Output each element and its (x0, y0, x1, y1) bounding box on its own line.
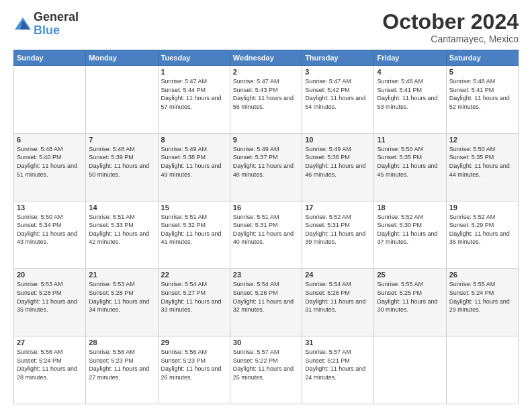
day-info: Sunrise: 5:54 AM Sunset: 5:27 PM Dayligh… (161, 280, 227, 314)
day-cell: 5Sunrise: 5:48 AM Sunset: 5:41 PM Daylig… (446, 66, 518, 134)
day-cell: 9Sunrise: 5:49 AM Sunset: 5:37 PM Daylig… (230, 133, 302, 201)
calendar-header: SundayMondayTuesdayWednesdayThursdayFrid… (14, 50, 519, 66)
day-info: Sunrise: 5:50 AM Sunset: 5:35 PM Dayligh… (449, 145, 515, 179)
day-number: 24 (305, 271, 371, 279)
day-info: Sunrise: 5:48 AM Sunset: 5:41 PM Dayligh… (377, 77, 443, 111)
day-cell: 25Sunrise: 5:55 AM Sunset: 5:25 PM Dayli… (374, 269, 446, 336)
weekday-header: Tuesday (158, 50, 230, 66)
day-cell: 6Sunrise: 5:48 AM Sunset: 5:40 PM Daylig… (14, 133, 86, 201)
day-info: Sunrise: 5:47 AM Sunset: 5:44 PM Dayligh… (161, 77, 227, 111)
weekday-header: Thursday (302, 50, 374, 66)
day-cell: 11Sunrise: 5:50 AM Sunset: 5:35 PM Dayli… (374, 133, 446, 201)
day-number: 6 (17, 136, 83, 144)
day-cell: 15Sunrise: 5:51 AM Sunset: 5:32 PM Dayli… (158, 201, 230, 269)
day-info: Sunrise: 5:51 AM Sunset: 5:31 PM Dayligh… (233, 213, 299, 246)
day-cell: 21Sunrise: 5:53 AM Sunset: 5:28 PM Dayli… (86, 269, 158, 336)
day-cell: 8Sunrise: 5:49 AM Sunset: 5:38 PM Daylig… (158, 133, 230, 201)
day-info: Sunrise: 5:48 AM Sunset: 5:39 PM Dayligh… (89, 145, 154, 179)
day-number: 31 (305, 338, 371, 347)
day-cell: 12Sunrise: 5:50 AM Sunset: 5:35 PM Dayli… (446, 133, 518, 201)
day-number: 1 (161, 68, 227, 76)
day-cell: 30Sunrise: 5:57 AM Sunset: 5:22 PM Dayli… (230, 336, 302, 404)
weekday-row: SundayMondayTuesdayWednesdayThursdayFrid… (14, 50, 519, 66)
day-cell: 3Sunrise: 5:47 AM Sunset: 5:42 PM Daylig… (302, 66, 374, 134)
day-info: Sunrise: 5:53 AM Sunset: 5:28 PM Dayligh… (17, 280, 83, 314)
day-info: Sunrise: 5:48 AM Sunset: 5:40 PM Dayligh… (17, 145, 83, 179)
day-cell: 19Sunrise: 5:52 AM Sunset: 5:29 PM Dayli… (446, 201, 518, 269)
day-info: Sunrise: 5:52 AM Sunset: 5:29 PM Dayligh… (449, 213, 515, 246)
day-number: 2 (233, 68, 299, 76)
day-number: 7 (89, 136, 154, 144)
day-number: 29 (161, 338, 227, 347)
weekday-header: Sunday (14, 50, 86, 66)
day-info: Sunrise: 5:52 AM Sunset: 5:31 PM Dayligh… (305, 213, 371, 246)
day-cell: 4Sunrise: 5:48 AM Sunset: 5:41 PM Daylig… (374, 66, 446, 134)
day-info: Sunrise: 5:55 AM Sunset: 5:24 PM Dayligh… (449, 280, 515, 314)
logo-icon (13, 15, 32, 34)
day-info: Sunrise: 5:48 AM Sunset: 5:41 PM Dayligh… (449, 77, 515, 111)
day-cell (374, 336, 446, 404)
day-number: 26 (449, 271, 515, 279)
week-row: 20Sunrise: 5:53 AM Sunset: 5:28 PM Dayli… (14, 269, 519, 336)
month-title: October 2024 (382, 11, 519, 32)
day-cell (14, 66, 86, 134)
day-info: Sunrise: 5:51 AM Sunset: 5:33 PM Dayligh… (89, 213, 154, 246)
week-row: 13Sunrise: 5:50 AM Sunset: 5:34 PM Dayli… (14, 201, 519, 269)
day-info: Sunrise: 5:56 AM Sunset: 5:24 PM Dayligh… (17, 348, 83, 381)
day-info: Sunrise: 5:51 AM Sunset: 5:32 PM Dayligh… (161, 213, 227, 246)
day-info: Sunrise: 5:52 AM Sunset: 5:30 PM Dayligh… (377, 213, 443, 246)
logo-general: General (34, 11, 79, 24)
day-cell: 31Sunrise: 5:57 AM Sunset: 5:21 PM Dayli… (302, 336, 374, 404)
day-cell: 27Sunrise: 5:56 AM Sunset: 5:24 PM Dayli… (14, 336, 86, 404)
day-number: 21 (89, 271, 154, 279)
day-cell (86, 66, 158, 134)
day-number: 30 (233, 338, 299, 347)
day-cell: 17Sunrise: 5:52 AM Sunset: 5:31 PM Dayli… (302, 201, 374, 269)
day-info: Sunrise: 5:56 AM Sunset: 5:23 PM Dayligh… (161, 348, 227, 381)
day-number: 12 (449, 136, 515, 144)
logo-text: General Blue (34, 11, 79, 38)
day-cell: 28Sunrise: 5:56 AM Sunset: 5:23 PM Dayli… (86, 336, 158, 404)
header: General Blue October 2024 Cantamayec, Me… (13, 11, 519, 44)
day-info: Sunrise: 5:50 AM Sunset: 5:35 PM Dayligh… (377, 145, 443, 179)
day-cell: 2Sunrise: 5:47 AM Sunset: 5:43 PM Daylig… (230, 66, 302, 134)
day-number: 10 (305, 136, 371, 144)
day-cell: 20Sunrise: 5:53 AM Sunset: 5:28 PM Dayli… (14, 269, 86, 336)
day-cell: 16Sunrise: 5:51 AM Sunset: 5:31 PM Dayli… (230, 201, 302, 269)
day-info: Sunrise: 5:54 AM Sunset: 5:26 PM Dayligh… (233, 280, 299, 314)
weekday-header: Monday (86, 50, 158, 66)
day-number: 11 (377, 136, 443, 144)
day-number: 9 (233, 136, 299, 144)
week-row: 1Sunrise: 5:47 AM Sunset: 5:44 PM Daylig… (14, 66, 519, 134)
day-number: 27 (17, 338, 83, 347)
day-cell: 29Sunrise: 5:56 AM Sunset: 5:23 PM Dayli… (158, 336, 230, 404)
calendar: SundayMondayTuesdayWednesdayThursdayFrid… (13, 50, 519, 404)
day-number: 16 (233, 203, 299, 212)
day-cell (446, 336, 518, 404)
logo: General Blue (13, 11, 79, 38)
day-number: 3 (305, 68, 371, 76)
title-section: October 2024 Cantamayec, Mexico (382, 11, 519, 44)
day-cell: 14Sunrise: 5:51 AM Sunset: 5:33 PM Dayli… (86, 201, 158, 269)
day-cell: 22Sunrise: 5:54 AM Sunset: 5:27 PM Dayli… (158, 269, 230, 336)
day-number: 20 (17, 271, 83, 279)
day-number: 25 (377, 271, 443, 279)
day-info: Sunrise: 5:47 AM Sunset: 5:42 PM Dayligh… (305, 77, 371, 111)
day-number: 28 (89, 338, 154, 347)
day-number: 22 (161, 271, 227, 279)
day-number: 15 (161, 203, 227, 212)
page: General Blue October 2024 Cantamayec, Me… (0, 0, 532, 411)
day-info: Sunrise: 5:49 AM Sunset: 5:37 PM Dayligh… (233, 145, 299, 179)
day-number: 17 (305, 203, 371, 212)
day-cell: 24Sunrise: 5:54 AM Sunset: 5:26 PM Dayli… (302, 269, 374, 336)
weekday-header: Wednesday (230, 50, 302, 66)
week-row: 6Sunrise: 5:48 AM Sunset: 5:40 PM Daylig… (14, 133, 519, 201)
day-cell: 23Sunrise: 5:54 AM Sunset: 5:26 PM Dayli… (230, 269, 302, 336)
day-cell: 18Sunrise: 5:52 AM Sunset: 5:30 PM Dayli… (374, 201, 446, 269)
day-info: Sunrise: 5:55 AM Sunset: 5:25 PM Dayligh… (377, 280, 443, 314)
day-number: 23 (233, 271, 299, 279)
day-info: Sunrise: 5:57 AM Sunset: 5:21 PM Dayligh… (305, 348, 371, 381)
day-info: Sunrise: 5:57 AM Sunset: 5:22 PM Dayligh… (233, 348, 299, 381)
day-number: 5 (449, 68, 515, 76)
day-number: 19 (449, 203, 515, 212)
